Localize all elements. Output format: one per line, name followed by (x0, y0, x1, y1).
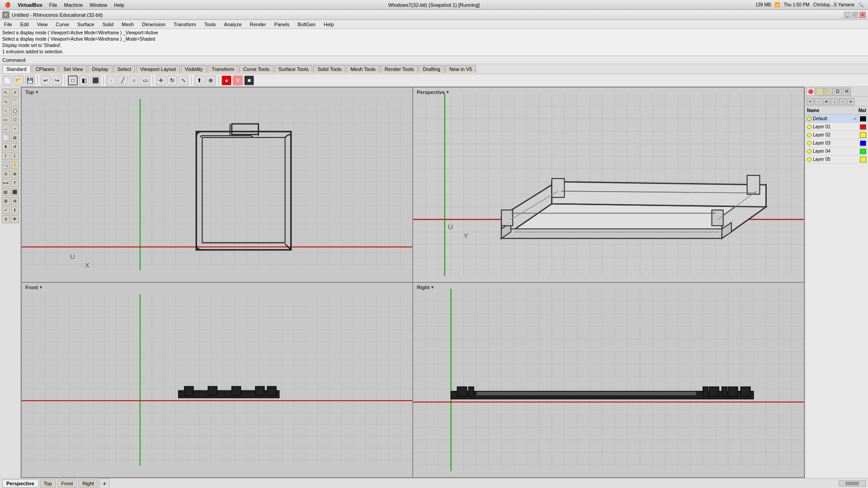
lt-pan-icon[interactable]: ✋ (11, 161, 19, 169)
tab-drafting[interactable]: Drafting (419, 65, 444, 73)
lt-check-icon[interactable]: ✓ (2, 206, 10, 214)
layer-color-01[interactable] (860, 124, 866, 130)
tab-display[interactable]: Display (88, 65, 112, 73)
bottom-tab-front[interactable]: Front (57, 479, 77, 488)
lt-rect-icon[interactable]: ▭ (2, 116, 10, 124)
lt-layer-icon[interactable]: ⧉ (11, 197, 19, 205)
virtualbox-menu[interactable]: VirtualBox (18, 2, 42, 8)
menu-surface[interactable]: Surface (75, 21, 96, 28)
tb-wire-icon[interactable]: □ (68, 75, 78, 85)
rp-up-icon[interactable]: ✕ (823, 98, 830, 105)
tb-pt-icon[interactable]: · (106, 75, 116, 85)
layer-row-02[interactable]: Layer 02 (805, 131, 868, 139)
tb-line-icon[interactable]: ╱ (118, 75, 127, 85)
lt-block-icon[interactable]: ⬛ (11, 188, 19, 196)
menu-panels[interactable]: Panels (273, 21, 292, 28)
tb-scale-icon[interactable]: ⤡ (179, 75, 189, 85)
tab-transform[interactable]: Transform (208, 65, 238, 73)
menu-transform[interactable]: Transform (172, 21, 198, 28)
rp-tab-layers[interactable]: 🔴 (807, 88, 815, 96)
lt-dim-icon[interactable]: ⟺ (2, 179, 10, 187)
apple-icon[interactable]: 🍎 (5, 2, 11, 8)
tb-extrude-icon[interactable]: ⬆ (194, 75, 204, 85)
search-icon[interactable]: 🔍 (858, 2, 863, 7)
layer-bulb-03[interactable] (807, 141, 811, 145)
mac-menu-help[interactable]: Help (114, 2, 124, 8)
tb-circle-icon[interactable]: ○ (129, 75, 139, 85)
lt-text-icon[interactable]: T (11, 179, 19, 187)
layer-bulb-04[interactable] (807, 149, 811, 154)
lt-snap-icon[interactable]: ⊙ (2, 170, 10, 178)
menu-render[interactable]: Render (248, 21, 268, 28)
rp-filter-icon[interactable]: ≡ (847, 98, 854, 105)
tb-undo-icon[interactable]: ↩ (41, 75, 51, 85)
menu-tools[interactable]: Tools (203, 21, 218, 28)
menu-mesh[interactable]: Mesh (120, 21, 136, 28)
lt-curve2-icon[interactable]: ⌒ (11, 98, 19, 106)
lt-curve-icon[interactable]: ∿ (2, 98, 10, 106)
lt-zoom-icon[interactable]: 🔍 (2, 161, 10, 169)
tab-setview[interactable]: Set View (59, 65, 87, 73)
lt-hatch-icon[interactable]: ▤ (2, 188, 10, 196)
tb-rect-icon[interactable]: ▭ (140, 75, 150, 85)
tb-redo-icon[interactable]: ↪ (52, 75, 62, 85)
lt-select2-icon[interactable]: ↗ (11, 89, 19, 97)
tab-solid-tools[interactable]: Solid Tools (313, 65, 345, 73)
tab-select[interactable]: Select (113, 65, 136, 73)
menu-dimension[interactable]: Dimension (140, 21, 167, 28)
lt-spline-icon[interactable]: ~ (11, 125, 19, 133)
layer-bulb-default[interactable] (807, 117, 811, 121)
mac-menu-file[interactable]: File (49, 2, 57, 8)
menu-curve[interactable]: Curve (54, 21, 71, 28)
tab-standard[interactable]: Standard (2, 65, 31, 73)
lt-ellipse-icon[interactable]: ◯ (11, 107, 19, 115)
tb-black-sq[interactable]: ■ (244, 75, 254, 85)
lt-eye-icon[interactable]: 👁 (11, 215, 19, 223)
rp-tab-render[interactable]: D (834, 88, 842, 96)
tab-mesh-tools[interactable]: Mesh Tools (346, 65, 379, 73)
viewport-front[interactable]: Front ▼ (22, 283, 412, 477)
add-viewport-button[interactable]: + (99, 479, 109, 488)
lt-select-icon[interactable]: ↖ (2, 89, 10, 97)
lt-arc-icon[interactable]: ⌓ (2, 125, 10, 133)
tb-shade-icon[interactable]: ◧ (79, 75, 89, 85)
close-button[interactable]: × (859, 12, 866, 18)
tab-curve-tools[interactable]: Curve Tools (239, 65, 274, 73)
menu-boltgen[interactable]: BoltGen (296, 21, 317, 28)
layer-row-05[interactable]: Layer 05 (805, 155, 868, 164)
rp-delete-layer[interactable]: - (815, 98, 822, 105)
menu-edit[interactable]: Edit (19, 21, 31, 28)
lt-revolve-icon[interactable]: ↺ (11, 143, 19, 151)
bottom-tab-perspective[interactable]: Perspective (2, 479, 38, 488)
minimize-button[interactable]: _ (844, 12, 850, 18)
viewport-top[interactable]: Top ▼ (22, 88, 412, 282)
mac-menu-machine[interactable]: Machine (64, 2, 83, 8)
layer-color-02[interactable] (860, 132, 866, 138)
layer-color-04[interactable] (860, 149, 866, 154)
mac-menu-window[interactable]: Window (90, 2, 107, 8)
tb-rotate-icon[interactable]: ↻ (167, 75, 177, 85)
tb-move-icon[interactable]: ✛ (156, 75, 166, 85)
viewport-perspective[interactable]: Perspective ▼ (413, 88, 804, 282)
lt-surface-icon[interactable]: ⬜ (2, 134, 10, 142)
tb-x-icon[interactable]: ✕ (233, 75, 243, 85)
bottom-tab-right[interactable]: Right (78, 479, 98, 488)
layer-row-04[interactable]: Layer 04 (805, 147, 868, 155)
lt-grid-icon[interactable]: ⊞ (2, 197, 10, 205)
rp-new-layer[interactable]: + (807, 98, 814, 105)
rp-up2-icon[interactable]: ↑ (839, 98, 846, 105)
tab-new-in-v5[interactable]: New in V5 (445, 65, 476, 73)
tb-new-icon[interactable]: 📄 (2, 75, 12, 85)
layer-row-01[interactable]: Layer 01 (805, 123, 868, 131)
viewport-right[interactable]: Right ▼ (413, 283, 804, 477)
rp-dn-icon[interactable]: ↓ (831, 98, 838, 105)
layer-color-05[interactable] (860, 157, 866, 162)
tab-viewport-layout[interactable]: Viewport Layout (136, 65, 180, 73)
layer-bulb-05[interactable] (807, 157, 811, 162)
rp-tab-props[interactable]: ⭐ (816, 88, 824, 96)
menu-analyze[interactable]: Analyze (222, 21, 243, 28)
rp-tab-material[interactable]: 📐 (825, 88, 833, 96)
layer-color-default[interactable] (860, 116, 866, 122)
layer-bulb-02[interactable] (807, 133, 811, 137)
menu-help[interactable]: Help (322, 21, 336, 28)
